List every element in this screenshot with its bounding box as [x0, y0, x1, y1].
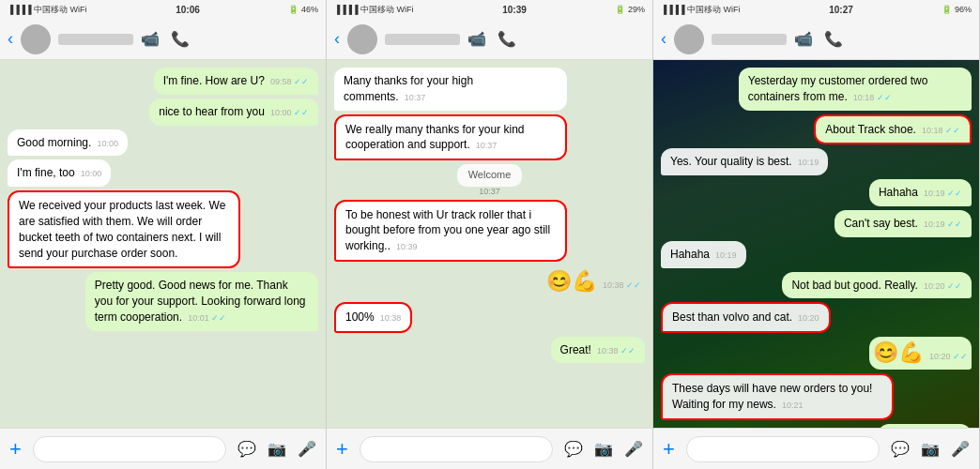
- status-time: 10:39: [502, 5, 527, 15]
- avatar: [347, 24, 377, 54]
- chat-footer: + 💬 📷 🎤: [653, 428, 979, 469]
- message-row: Yes. Your quality is best.10:19: [661, 148, 972, 175]
- message-bubble: Pretty good. Good news for me. Thank you…: [85, 272, 318, 330]
- battery-icon: 🔋 46%: [288, 5, 318, 14]
- status-bar: ▐▐▐▐ 中国移动 WiFi 10:27 🔋 96%: [653, 0, 979, 19]
- carrier-signal: ▐▐▐▐ 中国移动 WiFi: [8, 4, 87, 16]
- message-time: 10:37: [405, 93, 426, 102]
- message-time: 10:18 ✓✓: [922, 126, 960, 135]
- message-input[interactable]: [686, 436, 880, 462]
- message-time: 09:58 ✓✓: [270, 77, 309, 86]
- back-button[interactable]: ‹: [661, 29, 666, 49]
- message-time: 10:20 ✓✓: [924, 281, 962, 291]
- status-bar: ▐▐▐▐ 中国移动 WiFi 10:06 🔋 46%: [0, 0, 326, 19]
- phone-call-icon[interactable]: 📞: [824, 30, 843, 48]
- chat-footer: + 💬 📷 🎤: [0, 428, 326, 469]
- message-row: Hahaha10:19: [661, 241, 972, 268]
- message-time: 10:37: [476, 141, 498, 150]
- battery-icon: 🔋 96%: [942, 5, 972, 14]
- message-row: nice to hear from you10:00 ✓✓: [8, 98, 318, 126]
- message-time: 10:38: [380, 313, 402, 323]
- contact-name: [385, 34, 460, 45]
- status-bar: ▐▐▐▐ 中国移动 WiFi 10:39 🔋 29%: [327, 0, 652, 19]
- message-row: Yesterday my customer ordered two contai…: [661, 68, 972, 111]
- center-message: Welcome: [457, 164, 523, 186]
- message-row: Many thanks for your high comments.10:37: [334, 68, 645, 111]
- message-time: 10:00: [81, 169, 102, 178]
- phone-call-icon[interactable]: 📞: [498, 30, 516, 48]
- message-bubble: Can't say best.10:19 ✓✓: [835, 210, 972, 237]
- message-input[interactable]: [360, 436, 553, 462]
- message-bubble: Many thanks for your high comments.10:37: [334, 68, 567, 111]
- message-row: 😊💪10:20 ✓✓: [661, 337, 972, 370]
- message-time: 10:01 ✓✓: [188, 313, 226, 323]
- message-input[interactable]: [33, 436, 226, 462]
- message-bubble: About Track shoe.10:18 ✓✓: [814, 114, 972, 145]
- message-bubble: Great!10:38 ✓✓: [551, 337, 645, 364]
- message-bubble: Not bad but good. Really.10:20 ✓✓: [782, 272, 972, 299]
- contact-name: [58, 34, 133, 45]
- message-time: 10:19: [798, 158, 819, 167]
- sticker-icon[interactable]: 💬: [891, 440, 910, 458]
- camera-icon[interactable]: 📷: [921, 440, 940, 458]
- message-time: 10:20: [798, 313, 819, 323]
- sticker-icon[interactable]: 💬: [564, 440, 583, 458]
- microphone-icon[interactable]: 🎤: [951, 440, 970, 458]
- camera-icon[interactable]: 📷: [594, 440, 613, 458]
- message-row: Pretty good. Good news for me. Thank you…: [8, 272, 318, 330]
- video-call-icon[interactable]: 📹: [467, 30, 486, 48]
- message-row: I'm fine. How are U?09:58 ✓✓: [8, 68, 318, 95]
- message-time: 10:18 ✓✓: [853, 93, 892, 102]
- message-time: 10:19 ✓✓: [924, 219, 962, 229]
- chat-header: ‹ 📹 📞: [0, 19, 326, 60]
- video-call-icon[interactable]: 📹: [141, 30, 160, 48]
- message-row: 100%10:38: [334, 302, 645, 333]
- message-row: Not bad but good. Really.10:20 ✓✓: [661, 272, 972, 299]
- avatar: [21, 24, 51, 54]
- back-button[interactable]: ‹: [334, 29, 340, 49]
- header-action-icons: 📹 📞: [467, 30, 516, 48]
- chat-header: ‹ 📹 📞: [327, 19, 652, 60]
- message-bubble: 😊💪10:38 ✓✓: [543, 265, 645, 298]
- message-row: Can't say best.10:19 ✓✓: [661, 210, 972, 237]
- carrier-signal: ▐▐▐▐ 中国移动 WiFi: [661, 4, 741, 16]
- message-bubble: nice to hear from you10:00 ✓✓: [149, 98, 318, 126]
- phone-call-icon[interactable]: 📞: [171, 30, 190, 48]
- microphone-icon[interactable]: 🎤: [298, 440, 316, 458]
- video-call-icon[interactable]: 📹: [794, 30, 813, 48]
- message-bubble: Good morning.10:00: [8, 129, 128, 157]
- sticker-icon[interactable]: 💬: [237, 440, 256, 458]
- add-attachment-button[interactable]: +: [9, 437, 22, 461]
- message-time: 10:21: [782, 401, 804, 410]
- message-bubble: To be honest with Ur track roller that i…: [334, 200, 567, 262]
- message-bubble: Hahaha10:19: [661, 241, 746, 268]
- message-bubble: 100%10:38: [334, 302, 412, 333]
- phone-panel-2: ▐▐▐▐ 中国移动 WiFi 10:39 🔋 29% ‹ 📹 📞 Many th…: [327, 0, 653, 469]
- chat-header: ‹ 📹 📞: [653, 19, 979, 60]
- add-attachment-button[interactable]: +: [663, 437, 675, 461]
- message-bubble: We received your products last week. We …: [8, 190, 240, 268]
- message-row: About Track shoe.10:18 ✓✓: [661, 114, 972, 145]
- message-time: 10:00 ✓✓: [270, 108, 309, 117]
- contact-name: [712, 34, 787, 45]
- camera-icon[interactable]: 📷: [268, 440, 286, 458]
- avatar: [674, 24, 704, 54]
- add-attachment-button[interactable]: +: [336, 437, 348, 461]
- chat-footer: + 💬 📷 🎤: [327, 428, 652, 469]
- message-row: These days will have new orders to you! …: [661, 373, 972, 420]
- message-time: 10:39: [396, 242, 418, 251]
- phone-panel-1: ▐▐▐▐ 中国移动 WiFi 10:06 🔋 46% ‹ 📹 📞 I'm fin…: [0, 0, 327, 469]
- status-time: 10:27: [829, 5, 853, 15]
- header-action-icons: 📹 📞: [794, 30, 843, 48]
- message-row: 😊💪10:38 ✓✓: [334, 265, 645, 298]
- message-bubble: Hahaha10:19 ✓✓: [869, 179, 972, 206]
- message-row: Hahaha10:19 ✓✓: [661, 179, 972, 206]
- message-time: 10:00: [97, 139, 118, 148]
- message-bubble: Yes. Your quality is best.10:19: [661, 148, 828, 175]
- message-bubble: Yesterday my customer ordered two contai…: [739, 68, 972, 111]
- back-button[interactable]: ‹: [8, 29, 13, 49]
- message-row: Good morning.10:00: [8, 129, 318, 157]
- message-bubble: These days will have new orders to you! …: [661, 373, 894, 420]
- microphone-icon[interactable]: 🎤: [624, 440, 643, 458]
- message-time: 10:19 ✓✓: [924, 189, 962, 198]
